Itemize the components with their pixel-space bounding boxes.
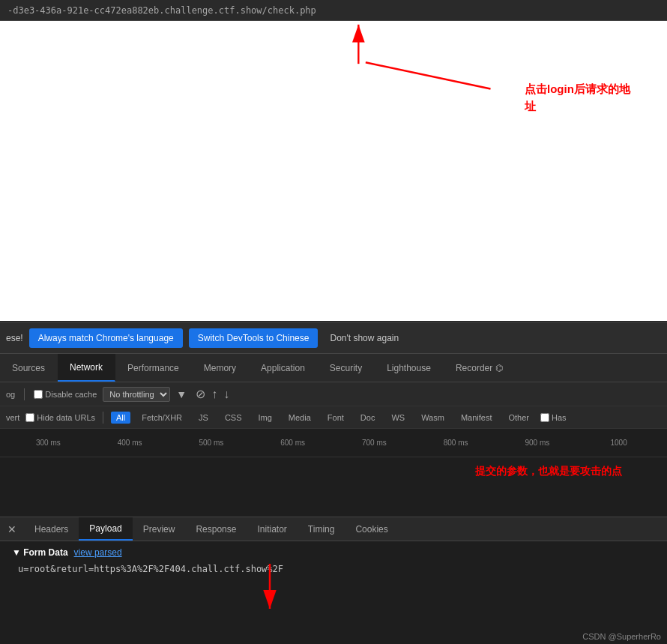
disable-cache-checkbox[interactable]: Disable cache <box>34 390 97 399</box>
svg-line-2 <box>366 62 491 88</box>
filter-other[interactable]: Other <box>503 412 534 424</box>
hide-data-urls-checkbox[interactable]: Hide data URLs <box>25 413 95 422</box>
request-detail: ✕ Headers Payload Preview Response Initi… <box>0 517 667 644</box>
toolbar-row: og Disable cache No throttling ▼ ⊘ ↑ ↓ <box>0 382 667 406</box>
tick-400: 400 ms <box>89 439 171 447</box>
tab-performance[interactable]: Performance <box>115 354 192 382</box>
wifi-icon: ⊘ <box>196 387 205 401</box>
filter-all[interactable]: All <box>111 412 130 424</box>
devtools-panel: ese! Always match Chrome's language Swit… <box>0 322 667 644</box>
tab-response[interactable]: Response <box>185 517 247 541</box>
tab-headers[interactable]: Headers <box>24 517 79 541</box>
detail-tabs: ✕ Headers Payload Preview Response Initi… <box>0 517 667 541</box>
tab-recorder[interactable]: Recorder ⌬ <box>444 354 516 382</box>
throttle-icon: ▼ <box>176 388 187 400</box>
browser-url: -d3e3-436a-921e-cc472ea882eb.challenge.c… <box>7 5 316 16</box>
tab-security[interactable]: Security <box>318 354 375 382</box>
filter-fetch-xhr[interactable]: Fetch/XHR <box>136 412 187 424</box>
filter-css[interactable]: CSS <box>220 412 247 424</box>
tick-600: 600 ms <box>252 439 334 447</box>
filter-wasm[interactable]: Wasm <box>416 412 450 424</box>
devtools-tabs: Sources Network Performance Memory Appli… <box>0 354 667 382</box>
switch-devtools-btn[interactable]: Switch DevTools to Chinese <box>189 328 319 348</box>
timeline-labels: 300 ms 400 ms 500 ms 600 ms 700 ms 800 m… <box>7 439 660 447</box>
form-data-label: ▼ Form Data <box>12 547 68 558</box>
filter-media[interactable]: Media <box>283 412 316 424</box>
tick-900: 900 ms <box>497 439 579 447</box>
main-content: 点击login后请求的地 址 <box>0 21 667 321</box>
tab-initiator[interactable]: Initiator <box>247 517 297 541</box>
browser-bar: -d3e3-436a-921e-cc472ea882eb.challenge.c… <box>0 0 667 21</box>
tick-500: 500 ms <box>171 439 253 447</box>
tick-1000: 1000 <box>578 439 660 447</box>
arrow-overlay-top <box>0 21 667 321</box>
form-data-area: ▼ Form Data view parsed u=root&returl=ht… <box>0 541 667 580</box>
view-parsed-link[interactable]: view parsed <box>74 547 122 558</box>
tab-preview[interactable]: Preview <box>133 517 186 541</box>
filter-separator <box>103 412 103 424</box>
tick-300: 300 ms <box>7 439 89 447</box>
annotation-text-top: 点击login后请求的地 址 <box>525 81 652 115</box>
always-match-btn[interactable]: Always match Chrome's language <box>29 328 183 348</box>
tab-lighthouse[interactable]: Lighthouse <box>375 354 444 382</box>
close-detail-btn[interactable]: ✕ <box>0 517 24 541</box>
form-data-title: ▼ Form Data view parsed <box>12 547 655 558</box>
tab-cookies[interactable]: Cookies <box>345 517 398 541</box>
lang-bar: ese! Always match Chrome's language Swit… <box>0 322 667 354</box>
annotation-text-bottom: 提交的参数，也就是要攻击的点 <box>475 465 622 478</box>
filter-manifest[interactable]: Manifest <box>456 412 498 424</box>
download-icon: ↓ <box>223 388 229 401</box>
tab-timing[interactable]: Timing <box>298 517 345 541</box>
timeline-area: 300 ms 400 ms 500 ms 600 ms 700 ms 800 m… <box>0 429 667 457</box>
tab-sources[interactable]: Sources <box>0 354 58 382</box>
throttle-select[interactable]: No throttling <box>103 387 170 402</box>
dont-show-btn[interactable]: Don't show again <box>324 328 405 348</box>
has-checkbox[interactable]: Has <box>540 413 567 422</box>
filter-js[interactable]: JS <box>193 412 214 424</box>
filter-ws[interactable]: WS <box>386 412 410 424</box>
tab-application[interactable]: Application <box>249 354 318 382</box>
filter-doc[interactable]: Doc <box>355 412 381 424</box>
log-label: og <box>6 390 15 399</box>
tab-network[interactable]: Network <box>58 354 115 382</box>
tab-memory[interactable]: Memory <box>192 354 249 382</box>
filter-font[interactable]: Font <box>322 412 349 424</box>
tick-700: 700 ms <box>334 439 415 447</box>
invert-label: vert <box>6 413 19 422</box>
filter-img[interactable]: Img <box>253 412 277 424</box>
tick-800: 800 ms <box>415 439 497 447</box>
lang-prefix: ese! <box>6 333 23 343</box>
filter-row: vert Hide data URLs All Fetch/XHR JS CSS… <box>0 406 667 429</box>
csdn-watermark: CSDN @SuperherRo <box>582 632 661 641</box>
arrow-overlay-bottom <box>195 564 345 639</box>
form-data-value: u=root&returl=https%3A%2F%2F404.chall.ct… <box>12 564 655 574</box>
upload-icon: ↑ <box>211 388 217 401</box>
tab-payload[interactable]: Payload <box>79 517 132 541</box>
